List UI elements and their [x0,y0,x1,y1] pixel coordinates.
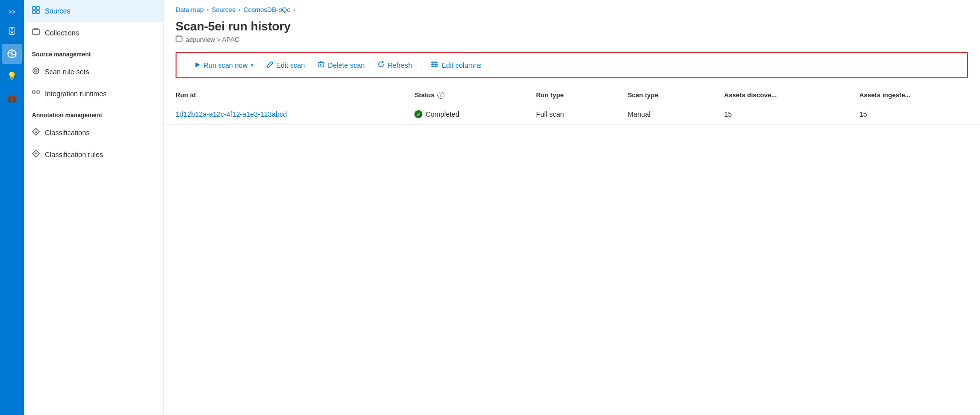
breadcrumb-sources[interactable]: Sources [211,6,235,13]
insights-icon[interactable]: 💡 [2,66,22,86]
nav-sidebar: Sources Collections Source management Sc… [24,0,164,415]
col-header-status: Status i [402,86,524,104]
sources-label: Sources [45,7,70,15]
run-scan-icon [195,61,200,69]
edit-scan-button[interactable]: Edit scan [260,57,311,73]
col-run-id-label: Run id [176,91,196,99]
briefcase-icon[interactable]: 💼 [2,88,22,108]
delete-scan-icon [318,61,325,69]
integration-runtimes-icon [32,89,40,99]
toolbar: Run scan now ▾ Edit scan Delete scan [176,52,968,78]
classification-rules-label: Classification rules [45,151,103,159]
svg-rect-1 [32,6,35,9]
sidebar-item-integration-runtimes[interactable]: Integration runtimes [24,83,163,105]
col-header-assets-ingested: Assets ingeste... [847,86,980,104]
data-catalog-icon[interactable]: 🗄 [2,22,22,42]
edit-scan-icon [266,61,273,69]
svg-rect-11 [176,36,182,41]
refresh-button[interactable]: Refresh [372,57,418,73]
col-header-scan-type: Scan type [615,86,712,104]
sidebar-item-classification-rules[interactable]: Classification rules [24,144,163,166]
classification-rules-icon [32,150,40,160]
sidebar-item-scan-rule-sets[interactable]: Scan rule sets [24,61,163,83]
col-header-run-type: Run type [524,86,616,104]
col-status-label: Status [414,91,434,99]
cell-assets-discovered: 15 [712,104,847,125]
icon-sidebar: >> 🗄 💡 💼 [0,0,24,415]
svg-rect-4 [36,10,39,13]
col-assets-discovered-label: Assets discove... [724,91,777,99]
run-id-link[interactable]: 1d12b12a-a12c-4f12-a1e3-123abcd [176,110,287,118]
cell-status: ✓ Completed [402,104,524,125]
col-scan-type-label: Scan type [627,91,658,99]
svg-marker-14 [382,61,384,63]
refresh-label: Refresh [388,61,412,69]
svg-marker-12 [196,62,200,67]
scan-rule-sets-label: Scan rule sets [45,68,89,76]
cell-assets-ingested: 15 [847,104,980,125]
svg-rect-9 [37,91,39,93]
collections-icon [32,28,40,38]
sidebar-item-collections[interactable]: Collections [24,22,163,44]
main-content: Data map › Sources › CosmosDB-pQc › Scan… [164,0,980,415]
data-map-icon[interactable] [2,44,22,64]
run-scan-dropdown-arrow: ▾ [251,62,253,68]
delete-scan-label: Delete scan [328,61,365,69]
toolbar-divider [421,59,421,71]
integration-runtimes-label: Integration runtimes [45,90,107,98]
svg-rect-5 [32,29,39,34]
breadcrumb-data-map[interactable]: Data map [176,6,203,13]
cell-run-type: Full scan [524,104,616,125]
svg-rect-8 [32,91,35,93]
delete-scan-button[interactable]: Delete scan [312,57,371,73]
col-assets-ingested-label: Assets ingeste... [859,91,911,99]
page-subtitle: adpurview > APAC [176,35,968,44]
edit-columns-button[interactable]: Edit columns [424,57,487,73]
svg-rect-2 [36,6,39,9]
refresh-icon [378,61,385,69]
col-status-container: Status i [414,91,512,99]
cell-scan-type: Manual [615,104,712,125]
table-header-row: Run id Status i Run type Scan type Asset… [164,86,980,104]
subtitle-icon [176,35,183,44]
edit-columns-label: Edit columns [441,61,481,69]
source-management-header: Source management [24,44,163,61]
breadcrumb-cosmosdb[interactable]: CosmosDB-pQc [243,6,290,13]
cell-run-id: 1d12b12a-a12c-4f12-a1e3-123abcd [164,104,402,125]
svg-point-6 [33,68,39,74]
breadcrumb-sep-3: › [293,6,295,13]
svg-point-7 [35,70,37,72]
edit-scan-label: Edit scan [276,61,305,69]
page-title: Scan-5ei run history [176,19,968,33]
breadcrumb-sep-2: › [238,6,240,13]
status-completed-icon: ✓ [414,110,422,118]
page-header: Scan-5ei run history adpurview > APAC [164,17,980,52]
col-header-assets-discovered: Assets discove... [712,86,847,104]
run-scan-label: Run scan now [203,61,248,69]
expand-sidebar-button[interactable]: >> [2,4,22,20]
edit-columns-icon [430,61,438,69]
run-scan-now-button[interactable]: Run scan now ▾ [189,57,259,73]
breadcrumb: Data map › Sources › CosmosDB-pQc › [164,0,980,17]
classifications-icon [32,128,40,138]
status-cell: ✓ Completed [414,110,512,118]
sidebar-item-classifications[interactable]: Classifications [24,122,163,144]
classifications-label: Classifications [45,129,89,137]
col-run-type-label: Run type [536,91,564,99]
subtitle-text: adpurview > APAC [186,36,239,43]
svg-point-10 [35,131,37,133]
svg-rect-3 [32,10,35,13]
svg-rect-13 [319,62,324,67]
status-label: Completed [425,110,459,118]
sidebar-item-sources[interactable]: Sources [24,0,163,22]
collections-label: Collections [45,29,79,37]
status-info-icon[interactable]: i [437,92,444,99]
sources-icon [32,6,40,16]
scan-rule-sets-icon [32,67,40,77]
breadcrumb-sep-1: › [206,6,208,13]
col-header-run-id: Run id [164,86,402,104]
annotation-management-header: Annotation management [24,105,163,122]
data-table: Run id Status i Run type Scan type Asset… [164,86,980,125]
table-row: 1d12b12a-a12c-4f12-a1e3-123abcd ✓ Comple… [164,104,980,125]
